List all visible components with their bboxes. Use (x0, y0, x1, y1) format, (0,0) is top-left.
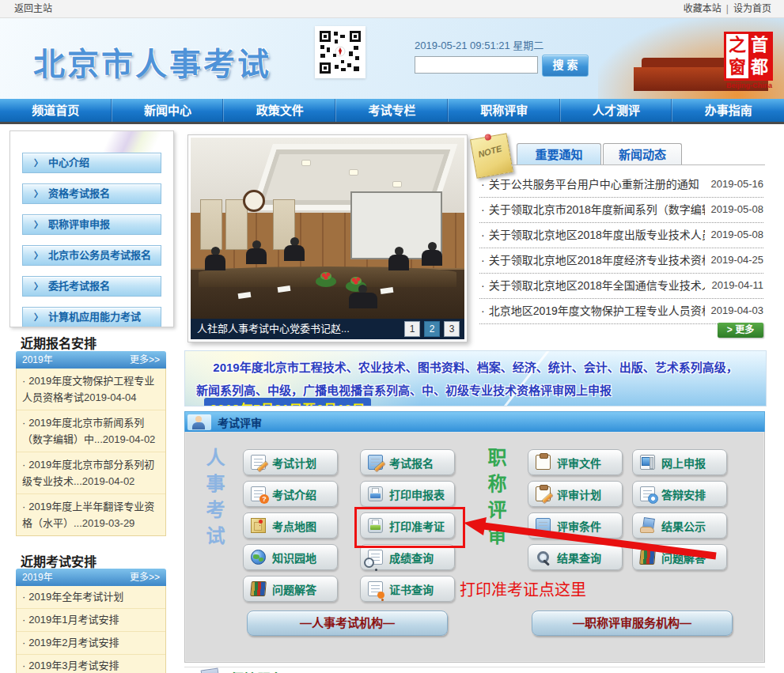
knowledge-garden-button[interactable]: 知识园地 (243, 544, 338, 570)
exam-faq-button[interactable]: 问题解答 (243, 576, 338, 602)
signup-year-strip[interactable]: 2019年 更多>> (16, 351, 166, 369)
news-item-link[interactable]: ·关于领取北京地区2018年度出版专业技术人员... (479, 223, 705, 248)
review-plan-button[interactable]: 评审计划 (528, 481, 623, 507)
exam-intro-button[interactable]: 考试介绍 (243, 481, 338, 507)
next-section-partial: 便捷服务 (184, 667, 765, 673)
certificate-query-icon (368, 581, 383, 596)
topbar-divider: | (726, 3, 729, 14)
seal-caption: Beijing-China (721, 81, 778, 89)
nav-item-5[interactable]: 职称评审 (448, 99, 560, 122)
tab-news-updates[interactable]: 新闻动态 (603, 143, 682, 165)
pager-button-1[interactable]: 1 (404, 321, 420, 337)
seal-char: 窗 (726, 56, 748, 78)
personnel-exam-vertical-label: 人事考试 (200, 448, 228, 552)
defense-schedule-button[interactable]: 答辩安排 (632, 481, 727, 507)
news-item-date: 2019-04-03 (711, 299, 764, 323)
photo-light (349, 169, 358, 176)
list-item-text: 2019年3月考试安排 (28, 660, 119, 671)
news-list: ·关于公共服务平台用户中心重新注册的通知2019-05-16·关于领取北京市20… (479, 172, 763, 324)
news-item-link[interactable]: ·关于领取北京地区2018年全国通信专业技术人... (479, 274, 705, 298)
service-button-label: 答辩安排 (661, 486, 706, 502)
exam-map-button[interactable]: 考点地图 (243, 512, 338, 539)
set-home-link[interactable]: 设为首页 (733, 3, 771, 14)
print-form-icon (368, 486, 383, 501)
favorite-link[interactable]: 收藏本站 (684, 3, 722, 14)
exam-year-strip[interactable]: 2019年 更多>> (16, 569, 166, 586)
photo-flowers (316, 276, 336, 287)
bullet-icon: · (481, 178, 485, 191)
service-button-label: 网上申报 (661, 455, 706, 471)
panel-title: 考试评审 (218, 414, 262, 430)
exam-list-item[interactable]: ·2019年全年考试计划 (17, 586, 165, 608)
photo-slideshow[interactable]: 人社部人事考试中心党委书记赵... 123 (187, 134, 468, 342)
news-item-link[interactable]: ·关于领取北京地区2018年度经济专业技术资格... (479, 248, 705, 273)
exam-orgs-button[interactable]: —人事考试机构— (247, 611, 448, 636)
sidebar-menu-item-4[interactable]: 〉北京市公务员考试报名 (22, 245, 161, 266)
sidebar-menu-label: 委托考试报名 (48, 280, 110, 292)
seal-char: 都 (748, 56, 771, 78)
panel-header: 考试评审 (184, 411, 765, 433)
pager-button-3[interactable]: 3 (444, 321, 460, 337)
signup-year-label: 2019年 (22, 351, 53, 369)
signup-list-item[interactable]: ·2019年度上半年翻译专业资格（水平）...2019-03-29 (17, 493, 165, 535)
print-form-button[interactable]: 打印申报表 (360, 481, 455, 507)
news-item-link[interactable]: ·北京地区2019年度文物保护工程专业人员资格... (479, 299, 705, 323)
signup-more-link[interactable]: 更多>> (130, 351, 160, 369)
news-item-link[interactable]: ·关于公共服务平台用户中心重新注册的通知 (479, 172, 699, 197)
back-to-main-link[interactable]: 返回主站 (14, 0, 52, 17)
pager-button-2[interactable]: 2 (424, 321, 440, 337)
bullet-icon: · (22, 591, 25, 603)
search-button[interactable]: 搜 索 (542, 55, 589, 77)
exam-list-item[interactable]: ·2019年3月考试安排 (17, 654, 165, 673)
news-item-link[interactable]: ·关于领取北京市2018年度新闻系列（数字编辑... (479, 198, 705, 222)
sidebar-menu-item-2[interactable]: 〉资格考试报名 (22, 183, 161, 204)
bullet-icon: · (22, 459, 25, 471)
signup-list-item[interactable]: ·2019年度文物保护工程专业人员资格考试2019-04-04 (17, 369, 165, 410)
online-apply-icon (640, 455, 655, 470)
exam-more-link[interactable]: 更多>> (130, 569, 160, 586)
news-more-button[interactable]: > 更多 (718, 323, 763, 338)
appraisal-banner[interactable]: 2019年度北京市工程技术、农业技术、图书资料、档案、经济、统计、会计、出版、艺… (184, 350, 767, 406)
nav-item-2[interactable]: 新闻中心 (112, 99, 224, 122)
exam-year-label: 2019年 (22, 569, 53, 586)
sidebar-menu-panel: 〉中心介绍〉资格考试报名〉职称评审申报〉北京市公务员考试报名〉委托考试报名〉计算… (9, 130, 174, 327)
arrow-icon: 〉 (34, 282, 43, 291)
slideshow-caption[interactable]: 人社部人事考试中心党委书记赵... (197, 319, 350, 339)
service-button-label: 考试报名 (389, 455, 434, 471)
person-avatar-icon (187, 414, 211, 430)
signup-list-item[interactable]: ·2019年度北京市新闻系列（数字编辑）中...2019-04-02 (17, 410, 165, 452)
score-query-icon (368, 550, 383, 565)
exam-plan-icon (251, 455, 266, 470)
service-button-label: 问题解答 (272, 581, 316, 597)
current-datetime: 2019-05-21 09:51:21 星期二 (415, 37, 543, 52)
signup-list-item[interactable]: ·2019年度北京市部分系列初级专业技术...2019-04-02 (17, 452, 165, 493)
nav-item-7[interactable]: 办事指南 (672, 99, 784, 122)
photo-window (200, 199, 222, 250)
certificate-query-button[interactable]: 证书查询 (360, 576, 455, 602)
bullet-icon: · (481, 304, 485, 317)
exam-list-item[interactable]: ·2019年2月考试安排 (17, 631, 165, 654)
sidebar-menu-item-1[interactable]: 〉中心介绍 (22, 153, 161, 173)
list-item-date: 2019-04-02 (82, 475, 135, 487)
search-input[interactable] (415, 56, 538, 74)
sidebar-menu-item-6[interactable]: 〉计算机应用能力考试 (22, 307, 161, 327)
appraisal-orgs-button[interactable]: —职称评审服务机构— (532, 611, 733, 636)
service-button-label: 证书查询 (389, 581, 434, 597)
nav-item-4[interactable]: 考试专栏 (335, 99, 448, 122)
review-plan-icon (536, 486, 551, 501)
exam-list-item[interactable]: ·2019年1月考试安排 (17, 608, 165, 631)
sidebar-menu-item-3[interactable]: 〉职称评审申报 (22, 214, 161, 235)
nav-item-1[interactable]: 频道首页 (0, 99, 112, 122)
online-apply-button[interactable]: 网上申报 (632, 449, 727, 475)
news-row: ·关于公共服务平台用户中心重新注册的通知2019-05-16 (479, 172, 763, 198)
review-file-button[interactable]: 评审文件 (528, 449, 623, 475)
slideshow-photo: 人社部人事考试中心党委书记赵... 123 (191, 138, 464, 339)
sidebar-menu-item-5[interactable]: 〉委托考试报名 (22, 276, 161, 297)
exam-signup-button[interactable]: 考试报名 (360, 449, 455, 475)
tab-important-notices[interactable]: 重要通知 (517, 143, 601, 165)
exam-plan-button[interactable]: 考试计划 (243, 449, 338, 475)
nav-item-6[interactable]: 人才测评 (560, 99, 672, 122)
exam-intro-icon (251, 486, 266, 501)
seal-char: 首 (748, 34, 771, 56)
nav-item-3[interactable]: 政策文件 (223, 99, 335, 122)
